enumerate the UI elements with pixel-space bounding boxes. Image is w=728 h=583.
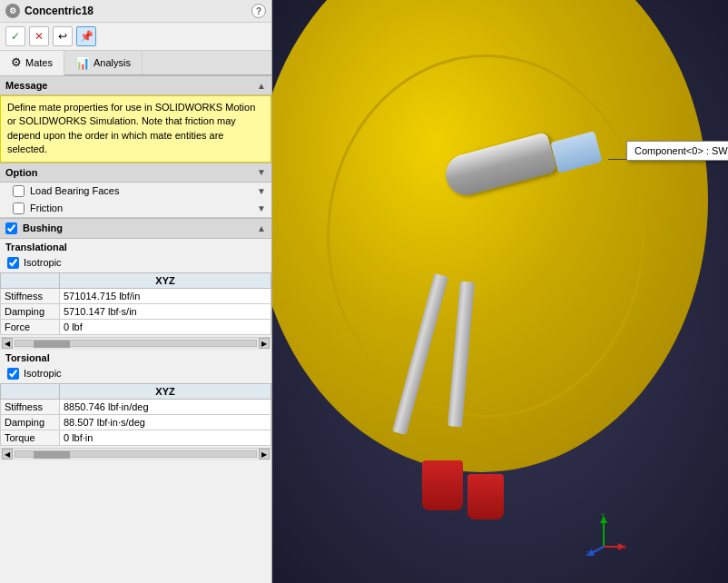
tab-mates[interactable]: ⚙ Mates	[0, 51, 64, 75]
translational-table: XYZ Stiffness 571014.715 lbf/in Damping …	[0, 272, 271, 335]
scene-container: Component<0> : SW3dPS-Excavator_HydRamAr…	[272, 0, 728, 583]
table-row: Force 0 lbf	[1, 319, 271, 334]
tab-analysis[interactable]: 📊 Analysis	[64, 51, 143, 74]
bushing-chevron-icon: ▲	[257, 223, 266, 233]
undo-button[interactable]: ↩	[53, 26, 73, 46]
t-damping-value[interactable]: 88.507 lbf·in·s/deg	[60, 414, 271, 430]
t-torque-value[interactable]: 0 lbf·in	[60, 430, 271, 445]
force-value[interactable]: 0 lbf	[60, 319, 271, 334]
translational-iso-row: Isotropic	[0, 255, 271, 271]
t-damping-label: Damping	[1, 414, 60, 430]
tab-mates-label: Mates	[25, 57, 53, 68]
window-title: Concentric18	[25, 5, 93, 17]
damping-label: Damping	[1, 303, 60, 319]
torsional-scroll-track	[15, 450, 257, 458]
table-row: Stiffness 571014.715 lbf/in	[1, 288, 271, 303]
tooltip-box: Component<0> : SW3dPS-Excavator_HydRamAr…	[626, 141, 728, 161]
translational-col-blank	[1, 272, 60, 288]
message-text: Define mate properties for use in SOLIDW…	[7, 102, 255, 154]
friction-chevron-icon: ▼	[257, 203, 266, 213]
tabs: ⚙ Mates 📊 Analysis	[0, 51, 271, 75]
load-bearing-faces-checkbox[interactable]	[13, 185, 25, 197]
tooltip-text: Component<0> : SW3dPS-Excavator_HydRamAr…	[635, 145, 728, 156]
load-bearing-faces-label: Load Bearing Faces	[30, 185, 119, 196]
scroll-track	[15, 340, 257, 347]
table-row: Torque 0 lbf·in	[1, 430, 271, 445]
red-connector-1	[422, 460, 463, 510]
message-chevron-icon: ▲	[257, 81, 266, 91]
translational-isotropic-label: Isotropic	[24, 257, 62, 268]
pin-button[interactable]: 📌	[76, 26, 96, 46]
message-header-label: Message	[5, 80, 47, 91]
torsional-isotropic-label: Isotropic	[24, 368, 62, 379]
torsional-scroll-right-arrow[interactable]: ▶	[259, 449, 270, 459]
friction-row: Friction ▼	[0, 200, 271, 217]
translational-scrollbar[interactable]: ◀ ▶	[0, 337, 271, 350]
load-bearing-chevron-icon: ▼	[257, 186, 266, 196]
mates-icon: ⚙	[11, 55, 22, 69]
t-stiffness-label: Stiffness	[1, 399, 60, 414]
concentric-icon: ⚙	[5, 4, 20, 18]
translational-isotropic-checkbox[interactable]	[7, 257, 19, 269]
stiffness-value[interactable]: 571014.715 lbf/in	[60, 288, 271, 303]
torsional-iso-row: Isotropic	[0, 366, 271, 381]
title-bar: ⚙ Concentric18 ?	[0, 0, 271, 23]
damping-value[interactable]: 5710.147 lbf·s/in	[60, 303, 271, 319]
torsional-col-xyz: XYZ	[60, 383, 271, 399]
bushing-section-header[interactable]: Bushing ▲	[0, 218, 271, 239]
analysis-icon: 📊	[75, 56, 90, 70]
scroll-left-arrow[interactable]: ◀	[2, 338, 13, 349]
torsional-scroll-left-arrow[interactable]: ◀	[2, 449, 13, 459]
t-torque-label: Torque	[1, 430, 60, 445]
panel-body: Message ▲ Define mate properties for use…	[0, 75, 271, 583]
message-content: Define mate properties for use in SOLIDW…	[0, 95, 271, 163]
left-panel: ⚙ Concentric18 ? ✓ ✕ ↩ 📌 ⚙ Mates 📊 Analy…	[0, 0, 272, 583]
coordinate-axes: Y X Z	[581, 510, 626, 556]
torsional-isotropic-checkbox[interactable]	[7, 368, 19, 380]
bushing-section: Bushing ▲ Translational Isotropic XYZ	[0, 217, 271, 460]
translational-label: Translational	[0, 239, 271, 255]
svg-text:X: X	[624, 544, 626, 550]
message-section-header[interactable]: Message ▲	[0, 75, 271, 95]
red-connector-2	[467, 474, 504, 519]
table-row: Stiffness 8850.746 lbf·in/deg	[1, 399, 271, 414]
right-panel: Component<0> : SW3dPS-Excavator_HydRamAr…	[272, 0, 728, 583]
load-bearing-faces-row: Load Bearing Faces ▼	[0, 183, 271, 200]
cancel-button[interactable]: ✕	[29, 26, 49, 46]
t-stiffness-value[interactable]: 8850.746 lbf·in/deg	[60, 399, 271, 414]
option-header-label: Option	[5, 167, 37, 178]
torsional-table: XYZ Stiffness 8850.746 lbf·in/deg Dampin…	[0, 383, 271, 446]
option-section-header[interactable]: Option ▼	[0, 163, 271, 183]
torsional-scroll-thumb	[34, 451, 70, 459]
stiffness-label: Stiffness	[1, 288, 60, 303]
svg-line-2	[590, 547, 604, 554]
title-bar-left: ⚙ Concentric18	[5, 4, 93, 18]
friction-checkbox[interactable]	[13, 203, 25, 214]
option-chevron-icon: ▼	[257, 167, 266, 177]
tab-analysis-label: Analysis	[93, 57, 131, 68]
toolbar: ✓ ✕ ↩ 📌	[0, 23, 271, 51]
friction-label: Friction	[30, 203, 63, 213]
svg-text:Y: Y	[601, 512, 605, 519]
torsional-label: Torsional	[0, 350, 271, 366]
scroll-thumb	[34, 341, 70, 348]
help-button[interactable]: ?	[251, 4, 266, 18]
bushing-checkbox[interactable]	[5, 222, 17, 234]
confirm-button[interactable]: ✓	[5, 26, 25, 46]
translational-col-xyz: XYZ	[60, 272, 271, 288]
svg-text:Z: Z	[585, 550, 590, 556]
table-row: Damping 88.507 lbf·in·s/deg	[1, 414, 271, 430]
bushing-header-label: Bushing	[23, 222, 63, 233]
torsional-scrollbar[interactable]: ◀ ▶	[0, 448, 271, 460]
table-row: Damping 5710.147 lbf·s/in	[1, 303, 271, 319]
wheel-inner	[327, 54, 644, 418]
torsional-col-blank	[1, 383, 60, 399]
force-label: Force	[1, 319, 60, 334]
scroll-right-arrow[interactable]: ▶	[259, 338, 270, 349]
